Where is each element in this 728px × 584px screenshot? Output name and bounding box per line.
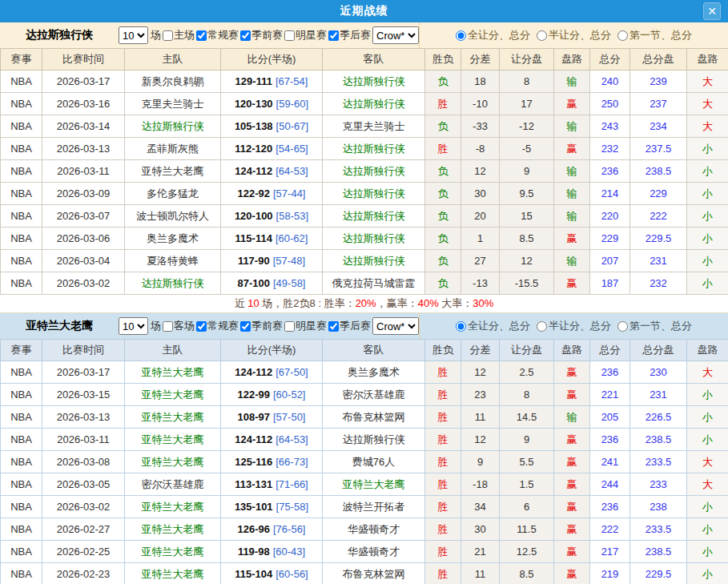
column-header: 总分	[590, 49, 630, 70]
line-type-radio[interactable]	[617, 30, 628, 41]
radio-第一节、总分[interactable]: 第一节、总分	[617, 28, 692, 42]
date-cell: 2026-03-04	[42, 250, 125, 272]
home-team-cell[interactable]: 亚特兰大老鹰	[125, 160, 221, 183]
filter-checkbox[interactable]	[163, 30, 173, 41]
home-team-cell[interactable]: 亚特兰大老鹰	[125, 429, 221, 451]
filter-常规赛[interactable]: 常规赛	[195, 28, 239, 42]
home-team-cell[interactable]: 奥兰多魔术	[125, 228, 221, 250]
home-team-cell[interactable]: 波士顿凯尔特人	[125, 205, 221, 228]
away-team-cell[interactable]: 波特兰开拓者	[323, 496, 425, 518]
filter-checkbox[interactable]	[284, 30, 295, 41]
over-under-cell: 大	[687, 361, 728, 384]
home-team-cell[interactable]: 亚特兰大老鹰	[125, 563, 221, 584]
home-team-cell[interactable]: 达拉斯独行侠	[125, 272, 221, 295]
home-team-cell[interactable]: 亚特兰大老鹰	[125, 518, 221, 541]
hawks-crow-select[interactable]: Crow*	[372, 317, 419, 335]
home-team-cell[interactable]: 孟菲斯灰熊	[125, 138, 221, 160]
half-score: [50-67]	[276, 120, 308, 132]
filter-季前赛[interactable]: 季前赛	[239, 28, 283, 42]
league-cell: NBA	[1, 518, 42, 541]
filter-季后赛[interactable]: 季后赛	[327, 319, 371, 333]
away-team-cell[interactable]: 奥兰多魔术	[323, 361, 425, 384]
dallas-crow-select[interactable]: Crow*	[372, 26, 419, 44]
away-team-cell[interactable]: 费城76人	[323, 451, 425, 473]
filter-checkbox[interactable]	[163, 321, 173, 332]
away-team-cell[interactable]: 达拉斯独行侠	[323, 228, 425, 250]
handicap-result-cell: 赢	[554, 272, 590, 295]
filter-checkbox[interactable]	[240, 321, 251, 332]
filter-常规赛[interactable]: 常规赛	[195, 319, 239, 333]
away-team-cell[interactable]: 达拉斯独行侠	[323, 70, 425, 93]
filter-季前赛[interactable]: 季前赛	[239, 319, 283, 333]
game-row: NBA2026-03-13亚特兰大老鹰108-97[57-50]布鲁克林篮网胜1…	[1, 406, 728, 429]
away-team-cell[interactable]: 华盛顿奇才	[323, 518, 425, 541]
radio-第一节、总分[interactable]: 第一节、总分	[617, 319, 692, 333]
column-header: 胜负	[425, 49, 461, 70]
hawks-games-count-select[interactable]: 10	[119, 317, 148, 335]
away-team-cell[interactable]: 亚特兰大老鹰	[323, 473, 425, 496]
filter-checkbox[interactable]	[196, 30, 207, 41]
line-type-radio[interactable]	[537, 30, 547, 41]
away-team-cell[interactable]: 布鲁克林篮网	[323, 563, 425, 584]
line-type-radio[interactable]	[537, 321, 547, 332]
away-team-cell[interactable]: 俄克拉荷马城雷霆	[323, 272, 425, 295]
radio-全让分、总分[interactable]: 全让分、总分	[456, 319, 530, 333]
away-team-cell[interactable]: 达拉斯独行侠	[323, 160, 425, 183]
away-team-cell[interactable]: 达拉斯独行侠	[323, 429, 425, 451]
home-team-cell[interactable]: 达拉斯独行侠	[125, 115, 221, 138]
home-team-cell[interactable]: 密尔沃基雄鹿	[125, 473, 221, 496]
away-team-cell[interactable]: 达拉斯独行侠	[323, 93, 425, 115]
handicap-result-cell: 赢	[554, 361, 590, 384]
filter-checkbox[interactable]	[328, 30, 339, 41]
game-row: NBA2026-03-02亚特兰大老鹰135-101[75-58]波特兰开拓者胜…	[1, 496, 728, 518]
away-team-cell[interactable]: 达拉斯独行侠	[323, 250, 425, 272]
close-button[interactable]: ✕	[703, 2, 721, 20]
diff-cell: 34	[461, 496, 500, 518]
total-line-cell: 239	[630, 70, 687, 93]
radio-半让分、总分[interactable]: 半让分、总分	[537, 319, 611, 333]
line-type-radio[interactable]	[456, 321, 466, 332]
filter-checkbox[interactable]	[328, 321, 339, 332]
home-team-cell[interactable]: 亚特兰大老鹰	[125, 496, 221, 518]
home-team-cell[interactable]: 亚特兰大老鹰	[125, 384, 221, 406]
away-team-cell[interactable]: 克里夫兰骑士	[323, 115, 425, 138]
filter-主场[interactable]: 主场	[161, 28, 195, 42]
home-team-cell[interactable]: 亚特兰大老鹰	[125, 406, 221, 429]
line-type-radio[interactable]	[456, 30, 466, 41]
handicap-cell: 11.5	[500, 518, 554, 541]
half-score: [49-58]	[273, 277, 305, 289]
filter-明星赛[interactable]: 明星赛	[283, 28, 327, 42]
filter-checkbox[interactable]	[240, 30, 251, 41]
dallas-table-header-row: 赛事比赛时间主队比分(半场)客队胜负分差让分盘盘路总分总分盘盘路	[1, 49, 728, 70]
home-team-cell[interactable]: 新奥尔良鹈鹕	[125, 70, 221, 93]
away-team-cell[interactable]: 达拉斯独行侠	[323, 183, 425, 205]
away-team-cell[interactable]: 达拉斯独行侠	[323, 138, 425, 160]
home-team-cell[interactable]: 亚特兰大老鹰	[125, 361, 221, 384]
filter-季后赛[interactable]: 季后赛	[327, 28, 371, 42]
home-team-cell[interactable]: 夏洛特黄蜂	[125, 250, 221, 272]
filter-checkbox[interactable]	[284, 321, 295, 332]
game-row: NBA2026-03-04夏洛特黄蜂117-90[57-48]达拉斯独行侠负27…	[1, 250, 728, 272]
filter-明星赛[interactable]: 明星赛	[283, 319, 327, 333]
radio-label: 第一节、总分	[629, 319, 692, 333]
handicap-result-cell: 赢	[554, 228, 590, 250]
away-team-cell[interactable]: 布鲁克林篮网	[323, 406, 425, 429]
away-team-cell[interactable]: 华盛顿奇才	[323, 541, 425, 563]
home-team-cell[interactable]: 多伦多猛龙	[125, 183, 221, 205]
dallas-games-count-select[interactable]: 10	[119, 26, 148, 44]
diff-cell: 18	[461, 70, 500, 93]
away-team-cell[interactable]: 达拉斯独行侠	[323, 205, 425, 228]
home-team-cell[interactable]: 克里夫兰骑士	[125, 93, 221, 115]
radio-全让分、总分[interactable]: 全让分、总分	[456, 28, 530, 42]
away-team-cell[interactable]: 密尔沃基雄鹿	[323, 384, 425, 406]
home-team-cell[interactable]: 亚特兰大老鹰	[125, 541, 221, 563]
home-team-cell[interactable]: 亚特兰大老鹰	[125, 451, 221, 473]
filter-checkbox[interactable]	[196, 321, 207, 332]
total-cell: 207	[590, 250, 630, 272]
line-type-radio[interactable]	[617, 321, 628, 332]
score-cell: 112-120[54-65]	[221, 138, 323, 160]
radio-半让分、总分[interactable]: 半让分、总分	[537, 28, 611, 42]
filter-客场[interactable]: 客场	[161, 319, 195, 333]
total-cell: 236	[590, 160, 630, 183]
date-cell: 2026-03-13	[42, 406, 125, 429]
